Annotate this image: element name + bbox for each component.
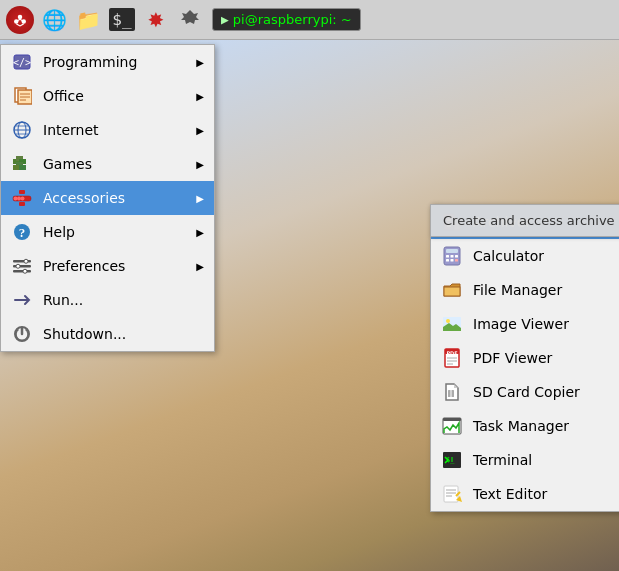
calculator-icon bbox=[441, 245, 463, 267]
sd-card-copier-icon bbox=[441, 381, 463, 403]
submenu-item-sd-card-copier[interactable]: SD Card Copier bbox=[431, 375, 619, 409]
svg-rect-24 bbox=[19, 165, 26, 170]
submenu-item-terminal[interactable]: $_ Terminal bbox=[431, 443, 619, 477]
text-editor-label: Text Editor bbox=[473, 486, 614, 502]
svg-text:?: ? bbox=[19, 225, 26, 240]
menu-item-internet[interactable]: Internet ▶ bbox=[1, 113, 214, 147]
svg-rect-35 bbox=[13, 270, 31, 273]
svg-line-6 bbox=[20, 23, 24, 25]
svg-rect-47 bbox=[446, 255, 449, 258]
sd-card-copier-label: SD Card Copier bbox=[473, 384, 614, 400]
accessories-arrow: ▶ bbox=[196, 193, 204, 204]
office-icon bbox=[11, 85, 33, 107]
preferences-label: Preferences bbox=[43, 258, 186, 274]
terminal-window-button[interactable]: ▶ pi@raspberrypi: ~ bbox=[212, 8, 361, 31]
svg-rect-69 bbox=[444, 486, 458, 502]
archiver-tooltip: Create and access archive files bbox=[430, 204, 619, 237]
office-arrow: ▶ bbox=[196, 91, 204, 102]
shutdown-label: Shutdown... bbox=[43, 326, 204, 342]
svg-point-55 bbox=[446, 319, 450, 323]
games-icon bbox=[11, 153, 33, 175]
shutdown-icon bbox=[11, 323, 33, 345]
file-manager-label: File Manager bbox=[473, 282, 614, 298]
svg-point-38 bbox=[23, 269, 27, 273]
svg-point-27 bbox=[17, 197, 21, 201]
svg-line-5 bbox=[16, 23, 20, 25]
svg-rect-65 bbox=[443, 418, 461, 421]
rpi-menu-button[interactable] bbox=[4, 4, 36, 36]
menu-item-office[interactable]: Office ▶ bbox=[1, 79, 214, 113]
programming-label: Programming bbox=[43, 54, 186, 70]
svg-point-26 bbox=[14, 197, 18, 201]
image-viewer-icon bbox=[441, 313, 463, 335]
menu-item-games[interactable]: Games ▶ bbox=[1, 147, 214, 181]
svg-rect-50 bbox=[446, 259, 449, 262]
svg-text:PDF: PDF bbox=[446, 350, 457, 356]
primary-menu: </> Programming ▶ Office ▶ bbox=[0, 44, 215, 352]
svg-text:</>: </> bbox=[13, 57, 31, 68]
task-manager-label: Task Manager bbox=[473, 418, 614, 434]
svg-rect-48 bbox=[451, 255, 454, 258]
wolf-icon[interactable] bbox=[174, 4, 206, 36]
accessories-icon bbox=[11, 187, 33, 209]
browser-icon[interactable]: 🌐 bbox=[38, 4, 70, 36]
submenu-item-text-editor[interactable]: Text Editor bbox=[431, 477, 619, 511]
pdf-viewer-label: PDF Viewer bbox=[473, 350, 614, 366]
svg-rect-23 bbox=[13, 165, 20, 170]
terminal-launcher-icon[interactable]: $_ bbox=[106, 4, 138, 36]
rpi-icon bbox=[6, 6, 34, 34]
accessories-submenu: Archiver Calculator bbox=[430, 204, 619, 512]
menu-item-shutdown[interactable]: Shutdown... bbox=[1, 317, 214, 351]
help-icon: ? bbox=[11, 221, 33, 243]
text-editor-icon bbox=[441, 483, 463, 505]
internet-label: Internet bbox=[43, 122, 186, 138]
svg-rect-63 bbox=[452, 390, 455, 397]
svg-point-37 bbox=[16, 264, 20, 268]
svg-rect-53 bbox=[444, 287, 460, 296]
file-manager-icon bbox=[441, 279, 463, 301]
svg-point-0 bbox=[18, 14, 23, 19]
svg-rect-49 bbox=[455, 255, 458, 258]
calculator-label: Calculator bbox=[473, 248, 614, 264]
preferences-icon bbox=[11, 255, 33, 277]
programming-arrow: ▶ bbox=[196, 57, 204, 68]
run-icon bbox=[11, 289, 33, 311]
menu-item-accessories[interactable]: Accessories ▶ bbox=[1, 181, 214, 215]
terminal-window-label: pi@raspberrypi: ~ bbox=[233, 12, 352, 27]
terminal-icon: $_ bbox=[441, 449, 463, 471]
menu-container: </> Programming ▶ Office ▶ bbox=[0, 44, 215, 352]
task-manager-icon bbox=[441, 415, 463, 437]
svg-point-28 bbox=[21, 197, 25, 201]
svg-rect-52 bbox=[455, 259, 458, 262]
files-icon[interactable]: 📁 bbox=[72, 4, 104, 36]
svg-rect-30 bbox=[19, 202, 25, 206]
games-arrow: ▶ bbox=[196, 159, 204, 170]
menu-item-help[interactable]: ? Help ▶ bbox=[1, 215, 214, 249]
submenu-item-pdf-viewer[interactable]: PDF PDF Viewer bbox=[431, 341, 619, 375]
office-label: Office bbox=[43, 88, 186, 104]
menu-item-programming[interactable]: </> Programming ▶ bbox=[1, 45, 214, 79]
submenu-item-task-manager[interactable]: Task Manager bbox=[431, 409, 619, 443]
svg-rect-46 bbox=[446, 249, 458, 253]
image-viewer-label: Image Viewer bbox=[473, 316, 614, 332]
help-arrow: ▶ bbox=[196, 227, 204, 238]
tooltip-text: Create and access archive files bbox=[443, 213, 619, 228]
taskbar: 🌐 📁 $_ ✸ ▶ pi@raspberrypi: ~ bbox=[0, 0, 619, 40]
internet-icon bbox=[11, 119, 33, 141]
submenu-item-image-viewer[interactable]: Image Viewer bbox=[431, 307, 619, 341]
svg-rect-51 bbox=[451, 259, 454, 262]
help-label: Help bbox=[43, 224, 186, 240]
pdf-viewer-icon: PDF bbox=[441, 347, 463, 369]
submenu-item-file-manager[interactable]: File Manager bbox=[431, 273, 619, 307]
svg-rect-29 bbox=[19, 190, 25, 194]
math-icon[interactable]: ✸ bbox=[140, 4, 172, 36]
menu-item-preferences[interactable]: Preferences ▶ bbox=[1, 249, 214, 283]
programming-icon: </> bbox=[11, 51, 33, 73]
internet-arrow: ▶ bbox=[196, 125, 204, 136]
games-label: Games bbox=[43, 156, 186, 172]
run-label: Run... bbox=[43, 292, 204, 308]
menu-item-run[interactable]: Run... bbox=[1, 283, 214, 317]
svg-rect-62 bbox=[448, 390, 451, 397]
submenu-item-calculator[interactable]: Calculator bbox=[431, 239, 619, 273]
accessories-label: Accessories bbox=[43, 190, 186, 206]
